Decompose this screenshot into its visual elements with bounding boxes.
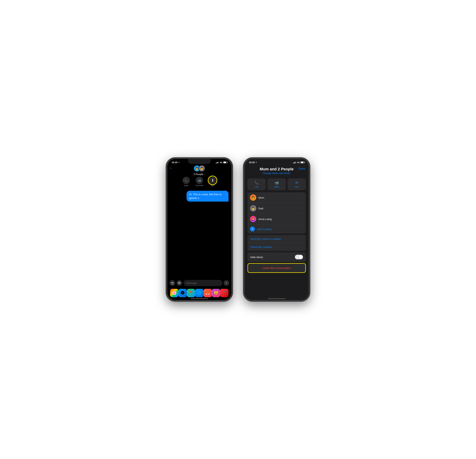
audio-icon-btn[interactable]: 📞 <box>182 177 190 184</box>
toolbar: 📞 audio 📹 FaceTime ℹ <box>182 176 216 188</box>
group-name-label: 3 People <box>194 173 203 176</box>
back-button[interactable]: ‹ <box>170 166 171 170</box>
status-bar-2: 16:20 ↗ 4G <box>245 159 309 164</box>
battery-fill-1 <box>224 162 226 163</box>
chevron-icon-mum: › <box>303 196 303 199</box>
phone-icon: 📞 <box>184 179 188 182</box>
dock-photos[interactable]: 🌸 <box>170 289 178 297</box>
video-label: video <box>274 186 279 188</box>
audio-label: audio <box>184 185 188 187</box>
change-name-photo-link[interactable]: Change Name and Photo <box>263 172 290 175</box>
dock-appstore[interactable]: 🅐 <box>178 289 187 297</box>
chevron-icon-anna: › <box>303 218 303 220</box>
call-action-btn[interactable]: 📞 call <box>247 179 266 190</box>
battery-icon-1 <box>223 161 227 163</box>
audio-toolbar-item[interactable]: 📞 audio <box>182 177 190 187</box>
apps-icon-btn[interactable]: 🅐 <box>177 280 182 286</box>
bar4-2 <box>296 162 296 163</box>
mail-action-btn[interactable]: ✉ mail <box>288 179 306 190</box>
info-title: Mum and 2 People <box>260 167 294 172</box>
time-label-1: 16:20 <box>172 161 177 164</box>
toggle-thumb <box>299 255 303 259</box>
network-label-1: 4G <box>220 161 222 164</box>
dock-custom2[interactable]: 😸 <box>212 289 220 297</box>
location-arrow-2: ↗ <box>255 161 257 163</box>
action-buttons: 📞 call 📹 video ✉ mail <box>245 176 309 192</box>
bar3-2 <box>295 162 295 163</box>
camera-icon: 📷 <box>171 282 174 284</box>
video-action-btn[interactable]: 📹 video <box>268 179 286 190</box>
info-header: Done Mum and 2 People Change Name and Ph… <box>245 164 309 176</box>
info-content: 📞 call 📹 video ✉ mail 👩 <box>245 176 309 300</box>
status-time-1: 16:20 ↗ <box>172 161 179 164</box>
input-bar: 📷 🅐 iMessage 🎙 <box>167 279 231 287</box>
phone-info: 16:20 ↗ 4G Don <box>243 157 310 302</box>
contact-name-anna: Anna Laing <box>258 218 300 221</box>
contact-avatar-mum: 👩 <box>250 194 256 201</box>
info-icon: ℹ <box>212 179 213 182</box>
facetime-label: FaceTime <box>196 185 203 187</box>
messages-body: Hi. This is a test, feel free to ignore!… <box>167 189 231 203</box>
mail-label: mail <box>295 186 299 188</box>
send-location-label: Send My Current Location <box>250 238 281 240</box>
group-name[interactable]: 3 People ⌄ <box>194 173 205 176</box>
info-label: info <box>211 185 214 187</box>
leave-conversation-section[interactable]: Leave this Conversation <box>247 263 306 273</box>
avatar-2: 👨 <box>198 165 205 172</box>
phone-messages: 16:20 ↗ 4G ‹ <box>166 157 233 302</box>
contact-row-anna[interactable]: 👩‍🦰 Anna Laing › <box>247 214 306 224</box>
add-contact-icon: + <box>250 227 255 231</box>
info-toolbar-item[interactable]: ℹ info <box>209 177 216 187</box>
mic-icon: 🎙 <box>225 282 228 284</box>
dock-custom1[interactable]: 🦊 <box>204 289 212 297</box>
facetime-toolbar-item[interactable]: 📹 FaceTime <box>196 177 203 187</box>
video-icon: 📹 <box>198 179 201 182</box>
dock-safari[interactable]: 🌐 <box>195 289 204 297</box>
message-text: Hi. This is a test, feel free to ignore!… <box>189 193 222 199</box>
camera-icon-btn[interactable]: 📷 <box>170 280 175 286</box>
add-contact-label: Add Contact <box>257 228 272 230</box>
appstore-icon: 🅐 <box>181 291 185 295</box>
custom1-icon: 🦊 <box>205 291 210 295</box>
share-location-label: Share My Location <box>250 246 272 248</box>
contacts-section: 👩 Mum › 👨 Dad › 👩‍🦰 Anna Laing › <box>247 192 306 234</box>
battery-fill-2 <box>301 162 303 163</box>
imessage-input[interactable]: iMessage <box>184 280 222 286</box>
time-label-2: 16:20 <box>249 161 255 164</box>
mail-icon: ✉ <box>295 180 298 185</box>
bar1 <box>216 163 216 163</box>
bar3 <box>217 162 218 163</box>
status-icons-1: 4G <box>216 161 227 164</box>
mic-icon-btn[interactable]: 🎙 <box>224 280 229 286</box>
scene: 16:20 ↗ 4G ‹ <box>166 157 310 302</box>
add-contact-row[interactable]: + Add Contact <box>247 224 306 234</box>
battery-icon-2 <box>300 161 304 163</box>
send-location-row[interactable]: Send My Current Location <box>247 235 306 243</box>
info-icon-btn[interactable]: ℹ <box>209 177 216 184</box>
chevron-down-icon: ⌄ <box>204 173 205 175</box>
signal-icon-2 <box>293 162 296 163</box>
group-avatars[interactable]: 👩 👨 <box>194 165 205 172</box>
status-time-2: 16:20 ↗ <box>249 161 257 164</box>
signal-icon-1 <box>216 162 219 163</box>
contact-row-dad[interactable]: 👨 Dad › <box>247 203 306 214</box>
music-icon: 🎵 <box>222 291 227 295</box>
bar1-2 <box>293 163 294 163</box>
hide-alerts-toggle[interactable] <box>295 255 303 259</box>
findmy-icon: 📍 <box>189 291 193 295</box>
messages-screen: 16:20 ↗ 4G ‹ <box>167 159 231 300</box>
location-section: Send My Current Location Share My Locati… <box>247 235 306 251</box>
bar2-2 <box>294 162 294 163</box>
share-location-row[interactable]: Share My Location <box>247 243 306 251</box>
done-button[interactable]: Done <box>298 167 305 170</box>
dock-music[interactable]: 🎵 <box>220 289 229 297</box>
facetime-icon-btn[interactable]: 📹 <box>196 177 203 184</box>
alerts-section: Hide Alerts <box>247 252 306 262</box>
contact-name-dad: Dad <box>258 207 300 210</box>
bar2 <box>217 162 217 163</box>
photos-icon: 🌸 <box>172 291 177 295</box>
contact-row-mum[interactable]: 👩 Mum › <box>247 192 306 203</box>
dock-findmy[interactable]: 📍 <box>187 289 195 297</box>
apps-icon: 🅐 <box>178 282 180 284</box>
chevron-icon-dad: › <box>303 207 303 210</box>
